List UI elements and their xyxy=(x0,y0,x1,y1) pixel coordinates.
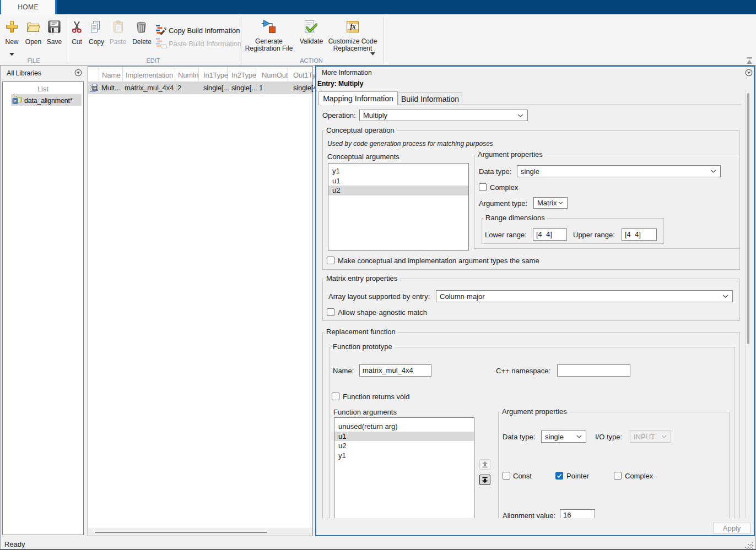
svg-text:fx: fx xyxy=(350,23,356,30)
